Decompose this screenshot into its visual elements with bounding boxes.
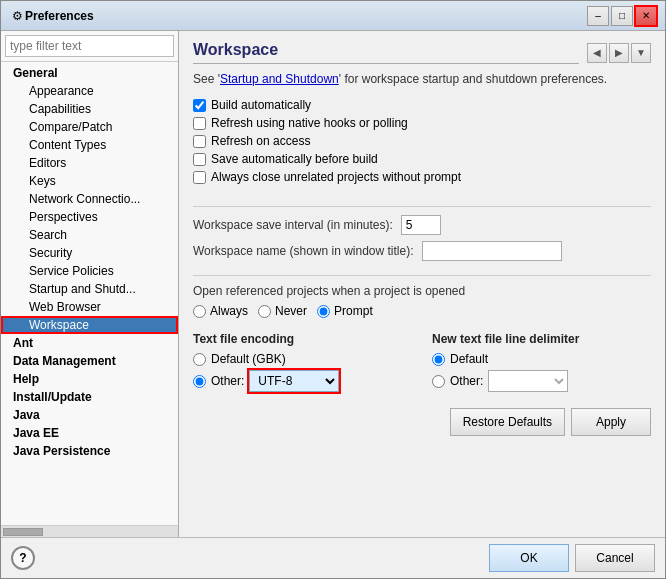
radio-prompt-label: Prompt xyxy=(334,304,373,318)
checkbox-refresh-access[interactable] xyxy=(193,135,206,148)
encoding-select[interactable]: UTF-8 UTF-16 ISO-8859-1 US-ASCII xyxy=(249,370,339,392)
checkbox-label-refresh-access: Refresh on access xyxy=(211,134,310,148)
sidebar-item-security[interactable]: Security xyxy=(1,244,178,262)
footer: ? OK Cancel xyxy=(1,537,665,578)
restore-defaults-button[interactable]: Restore Defaults xyxy=(450,408,565,436)
window-controls: – □ ✕ xyxy=(587,6,657,26)
radio-always-label: Always xyxy=(210,304,248,318)
checkbox-save-auto[interactable] xyxy=(193,153,206,166)
sidebar-item-content-types[interactable]: Content Types xyxy=(1,136,178,154)
line-delimiter-title: New text file line delimiter xyxy=(432,332,651,346)
encoding-other-row: Other: UTF-8 UTF-16 ISO-8859-1 US-ASCII xyxy=(193,370,412,392)
window-title: Preferences xyxy=(25,9,94,23)
sidebar-item-capabilities[interactable]: Capabilities xyxy=(1,100,178,118)
back-button[interactable]: ◀ xyxy=(587,43,607,63)
checkbox-build-auto[interactable] xyxy=(193,99,206,112)
save-interval-input[interactable] xyxy=(401,215,441,235)
sidebar-item-editors[interactable]: Editors xyxy=(1,154,178,172)
apply-button[interactable]: Apply xyxy=(571,408,651,436)
checkbox-row-close-unrelated: Always close unrelated projects without … xyxy=(193,170,651,184)
filter-input[interactable] xyxy=(5,35,174,57)
app-icon: ⚙ xyxy=(9,8,25,24)
sidebar-item-keys[interactable]: Keys xyxy=(1,172,178,190)
checkbox-row-refresh-native: Refresh using native hooks or polling xyxy=(193,116,651,130)
encoding-default-radio[interactable] xyxy=(193,353,206,366)
cancel-button[interactable]: Cancel xyxy=(575,544,655,572)
delimiter-default-label: Default xyxy=(450,352,488,366)
ok-button[interactable]: OK xyxy=(489,544,569,572)
delimiter-other-label: Other: xyxy=(450,374,483,388)
close-button[interactable]: ✕ xyxy=(635,6,657,26)
delimiter-other-radio[interactable] xyxy=(432,375,445,388)
workspace-name-label: Workspace name (shown in window title): xyxy=(193,244,414,258)
checkbox-label-build-auto: Build automatically xyxy=(211,98,311,112)
link-suffix: ' for workspace startup and shutdown pre… xyxy=(339,72,607,86)
sidebar-item-install-update[interactable]: Install/Update xyxy=(1,388,178,406)
checkbox-refresh-native[interactable] xyxy=(193,117,206,130)
forward-button[interactable]: ▶ xyxy=(609,43,629,63)
checkbox-row-refresh-access: Refresh on access xyxy=(193,134,651,148)
sidebar-item-compare-patch[interactable]: Compare/Patch xyxy=(1,118,178,136)
sidebar-item-search[interactable]: Search xyxy=(1,226,178,244)
startup-shutdown-link[interactable]: Startup and Shutdown xyxy=(220,72,339,86)
workspace-name-input[interactable] xyxy=(422,241,562,261)
sidebar-item-network-connections[interactable]: Network Connectio... xyxy=(1,190,178,208)
checkbox-label-refresh-native: Refresh using native hooks or polling xyxy=(211,116,408,130)
help-area: ? xyxy=(11,546,35,570)
sidebar-item-ant[interactable]: Ant xyxy=(1,334,178,352)
sidebar-item-java[interactable]: Java xyxy=(1,406,178,424)
nav-buttons: ◀ ▶ ▼ xyxy=(587,43,651,63)
radio-prompt[interactable]: Prompt xyxy=(317,304,373,318)
link-line: See 'Startup and Shutdown' for workspace… xyxy=(193,72,651,86)
help-button[interactable]: ? xyxy=(11,546,35,570)
minimize-button[interactable]: – xyxy=(587,6,609,26)
radio-always-input[interactable] xyxy=(193,305,206,318)
delimiter-default-row: Default xyxy=(432,352,651,366)
encoding-delimiter-section: Text file encoding Default (GBK) Other: … xyxy=(193,332,651,396)
open-projects-radio-group: Always Never Prompt xyxy=(193,304,651,318)
dropdown-button[interactable]: ▼ xyxy=(631,43,651,63)
open-projects-label: Open referenced projects when a project … xyxy=(193,284,651,298)
right-panel: Workspace ◀ ▶ ▼ See 'Startup and Shutdow… xyxy=(179,31,665,537)
tree-area: GeneralAppearanceCapabilitiesCompare/Pat… xyxy=(1,62,178,525)
encoding-default-label: Default (GBK) xyxy=(211,352,286,366)
sidebar-item-help[interactable]: Help xyxy=(1,370,178,388)
radio-always[interactable]: Always xyxy=(193,304,248,318)
delimiter-default-radio[interactable] xyxy=(432,353,445,366)
horizontal-scrollbar[interactable] xyxy=(1,525,178,537)
sidebar-item-general[interactable]: General xyxy=(1,64,178,82)
checkbox-row-build-auto: Build automatically xyxy=(193,98,651,112)
delimiter-other-row: Other: Unix Windows Mac xyxy=(432,370,651,392)
sidebar-item-data-management[interactable]: Data Management xyxy=(1,352,178,370)
separator-2 xyxy=(193,275,651,276)
preferences-window: ⚙ Preferences – □ ✕ GeneralAppearanceCap… xyxy=(0,0,666,579)
sidebar-item-java-persistence[interactable]: Java Persistence xyxy=(1,442,178,460)
encoding-combo-container: UTF-8 UTF-16 ISO-8859-1 US-ASCII xyxy=(249,370,339,392)
checkbox-label-close-unrelated: Always close unrelated projects without … xyxy=(211,170,461,184)
line-delimiter-col: New text file line delimiter Default Oth… xyxy=(432,332,651,396)
main-content: GeneralAppearanceCapabilitiesCompare/Pat… xyxy=(1,31,665,537)
sidebar-item-java-ee[interactable]: Java EE xyxy=(1,424,178,442)
text-encoding-col: Text file encoding Default (GBK) Other: … xyxy=(193,332,412,396)
radio-never-label: Never xyxy=(275,304,307,318)
maximize-button[interactable]: □ xyxy=(611,6,633,26)
checkbox-close-unrelated[interactable] xyxy=(193,171,206,184)
link-prefix: See ' xyxy=(193,72,220,86)
sidebar-item-startup-shutdown[interactable]: Startup and Shutd... xyxy=(1,280,178,298)
title-bar: ⚙ Preferences – □ ✕ xyxy=(1,1,665,31)
workspace-name-row: Workspace name (shown in window title): xyxy=(193,241,651,261)
radio-never[interactable]: Never xyxy=(258,304,307,318)
sidebar-item-appearance[interactable]: Appearance xyxy=(1,82,178,100)
page-title: Workspace xyxy=(193,41,579,64)
sidebar-item-web-browser[interactable]: Web Browser xyxy=(1,298,178,316)
sidebar-item-workspace[interactable]: Workspace xyxy=(1,316,178,334)
scrollbar-thumb[interactable] xyxy=(3,528,43,536)
delimiter-select[interactable]: Unix Windows Mac xyxy=(488,370,568,392)
radio-never-input[interactable] xyxy=(258,305,271,318)
encoding-other-radio[interactable] xyxy=(193,375,206,388)
sidebar-item-service-policies[interactable]: Service Policies xyxy=(1,262,178,280)
right-header: Workspace ◀ ▶ ▼ xyxy=(193,41,651,64)
sidebar-item-perspectives[interactable]: Perspectives xyxy=(1,208,178,226)
panel-buttons: Restore Defaults Apply xyxy=(193,408,651,436)
radio-prompt-input[interactable] xyxy=(317,305,330,318)
